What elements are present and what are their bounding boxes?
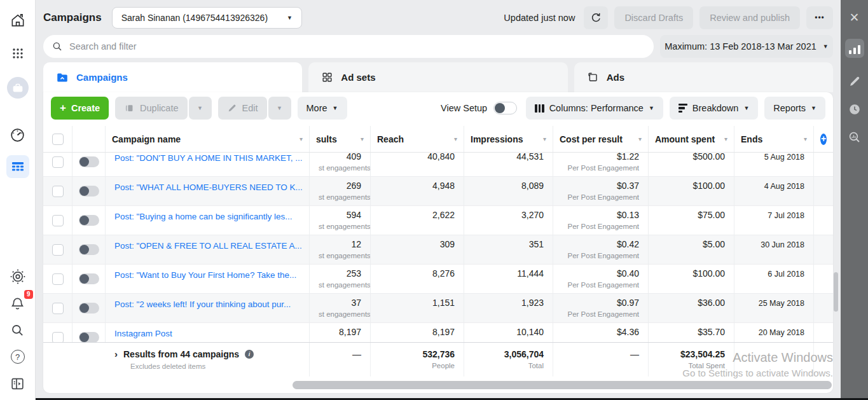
column-label: Impressions <box>471 134 523 144</box>
sort-caret-icon[interactable]: ▾ <box>638 135 642 142</box>
row-status-toggle[interactable] <box>72 323 106 342</box>
campaign-name-link[interactable]: Post: "2 weeks left! If your thinking ab… <box>106 294 310 322</box>
row-checkbox[interactable] <box>43 294 72 322</box>
ends-cell: 4 Aug 2018 <box>734 177 814 205</box>
history-clock-icon[interactable] <box>848 102 862 116</box>
notifications-bell-icon[interactable]: 9 <box>6 292 29 315</box>
plus-icon: + <box>60 102 66 114</box>
campaign-name-link[interactable]: Instagram Post <box>106 323 310 342</box>
row-checkbox[interactable] <box>43 265 72 293</box>
reports-button[interactable]: Reports ▼ <box>764 97 825 120</box>
tab-label: Campaigns <box>76 72 128 83</box>
sort-caret-icon[interactable]: ▾ <box>724 135 727 142</box>
more-button[interactable]: More ▼ <box>298 97 347 120</box>
business-avatar[interactable] <box>6 76 29 99</box>
review-publish-button[interactable]: Review and publish <box>699 6 800 29</box>
row-checkbox[interactable] <box>43 153 72 176</box>
apps-grid-icon[interactable] <box>6 42 29 65</box>
create-button[interactable]: + Create <box>51 97 109 120</box>
edit-pencil-icon[interactable] <box>848 74 862 88</box>
row-status-toggle[interactable] <box>72 265 106 293</box>
page-title: Campaigns <box>43 11 102 24</box>
table-header: Campaign name ▾ sults ▾ Reach ▾ Impressi… <box>43 126 833 153</box>
chevron-down-icon: ▼ <box>743 105 749 111</box>
reports-label: Reports <box>773 103 806 113</box>
sort-caret-icon[interactable]: ▾ <box>543 135 546 142</box>
duplicate-button[interactable]: Duplicate <box>115 97 187 120</box>
column-impressions[interactable]: Impressions ▾ <box>464 126 553 152</box>
question-glyph: ? <box>11 350 25 364</box>
row-status-toggle[interactable] <box>72 177 106 205</box>
sort-caret-icon[interactable]: ▾ <box>454 135 457 142</box>
view-setup-toggle[interactable] <box>493 102 517 114</box>
horizontal-scrollbar[interactable] <box>293 381 832 389</box>
date-range-selector[interactable]: Maximum: 13 Feb 2018-13 Mar 2021 ▼ <box>660 35 833 58</box>
table-toolbar: + Create Duplicate ▼ Edit ▼ More ▼ <box>43 92 833 124</box>
sort-caret-icon[interactable]: ▾ <box>361 135 364 142</box>
campaign-name-link[interactable]: Post: "WHAT ALL HOME-BUYERS NEED TO K... <box>106 177 310 205</box>
edit-button[interactable]: Edit <box>218 97 267 120</box>
refresh-icon <box>589 11 602 24</box>
row-checkbox[interactable] <box>43 235 72 264</box>
row-status-toggle[interactable] <box>72 206 106 235</box>
column-amount-spent[interactable]: Amount spent ▾ <box>649 126 734 152</box>
tab-adsets[interactable]: Ad sets <box>308 62 567 92</box>
ads-manager-table-icon[interactable] <box>6 155 29 178</box>
row-status-toggle[interactable] <box>72 235 106 264</box>
tab-campaigns[interactable]: Campaigns <box>43 62 302 92</box>
account-selector[interactable]: Sarah Sinanan (1496754413926326) ▼ <box>112 7 302 29</box>
footer-summary[interactable]: › Results from 44 campaigns i Excludes d… <box>43 343 310 376</box>
search-nav-icon[interactable] <box>6 319 29 341</box>
sort-caret-icon[interactable]: ▾ <box>300 135 303 142</box>
campaign-name-link[interactable]: Post: "OPEN & FREE TO ALL REAL ESTATE A.… <box>106 235 310 264</box>
campaign-name-link[interactable]: Post: "Buying a home can be significantl… <box>106 206 310 235</box>
add-column-button[interactable]: + <box>814 126 833 152</box>
results-cell: 409st engagements <box>310 153 371 176</box>
add-column-cell <box>814 206 833 235</box>
campaign-name-link[interactable]: Post: "Want to Buy Your First Home? Take… <box>106 265 310 293</box>
row-status-toggle[interactable] <box>72 294 106 322</box>
column-ends[interactable]: Ends ▾ <box>734 126 814 152</box>
expand-chevron-icon[interactable]: › <box>114 348 118 359</box>
table-row: Post: "Want to Buy Your First Home? Take… <box>43 265 833 294</box>
row-checkbox[interactable] <box>43 323 72 342</box>
row-checkbox[interactable] <box>43 177 72 205</box>
chevron-down-icon: ▼ <box>277 105 282 111</box>
refresh-button[interactable] <box>584 6 608 29</box>
table-row: Post: "DON'T BUY A HOME IN THIS MARKET, … <box>43 153 833 177</box>
gauge-icon[interactable] <box>6 123 29 146</box>
info-icon[interactable]: i <box>245 350 254 359</box>
vertical-scrollbar[interactable] <box>834 272 838 312</box>
view-setup-label: View Setup <box>441 103 487 113</box>
row-checkbox[interactable] <box>43 206 72 235</box>
column-campaign-name[interactable]: Campaign name ▾ <box>106 126 310 152</box>
tab-ads[interactable]: Ads <box>574 62 833 92</box>
home-icon[interactable] <box>6 9 29 32</box>
reach-cell: 8,276 <box>371 265 464 293</box>
settings-gear-icon[interactable] <box>6 265 29 288</box>
campaign-name-link[interactable]: Post: "DON'T BUY A HOME IN THIS MARKET, … <box>106 153 310 176</box>
more-options-button[interactable]: ••• <box>806 6 833 29</box>
close-icon[interactable]: ✕ <box>850 10 860 25</box>
duplicate-caret-button[interactable]: ▼ <box>189 97 212 120</box>
column-results[interactable]: sults ▾ <box>310 126 371 152</box>
columns-button[interactable]: Columns: Performance ▼ <box>526 97 663 120</box>
edit-caret-button[interactable]: ▼ <box>268 97 291 120</box>
discard-drafts-button[interactable]: Discard Drafts <box>614 6 693 29</box>
sort-caret-icon[interactable]: ▾ <box>804 135 807 142</box>
results-cell: 594st engagements <box>310 206 371 235</box>
select-all-checkbox[interactable] <box>43 126 72 152</box>
search-box[interactable] <box>43 35 654 58</box>
column-reach[interactable]: Reach ▾ <box>371 126 464 152</box>
chevron-down-icon: ▼ <box>333 105 338 111</box>
column-cost-per-result[interactable]: Cost per result ▾ <box>553 126 649 152</box>
left-sidebar: 9 ? <box>0 0 36 400</box>
breakdown-button[interactable]: Breakdown ▼ <box>670 97 758 120</box>
help-icon[interactable]: ? <box>6 345 29 368</box>
updated-status: Updated just now <box>504 13 575 23</box>
inspect-zoom-chart-icon[interactable] <box>848 130 862 144</box>
performance-chart-icon[interactable] <box>845 39 864 58</box>
collapse-panel-icon[interactable] <box>6 372 29 395</box>
row-status-toggle[interactable] <box>72 153 106 176</box>
search-input[interactable] <box>69 41 645 52</box>
